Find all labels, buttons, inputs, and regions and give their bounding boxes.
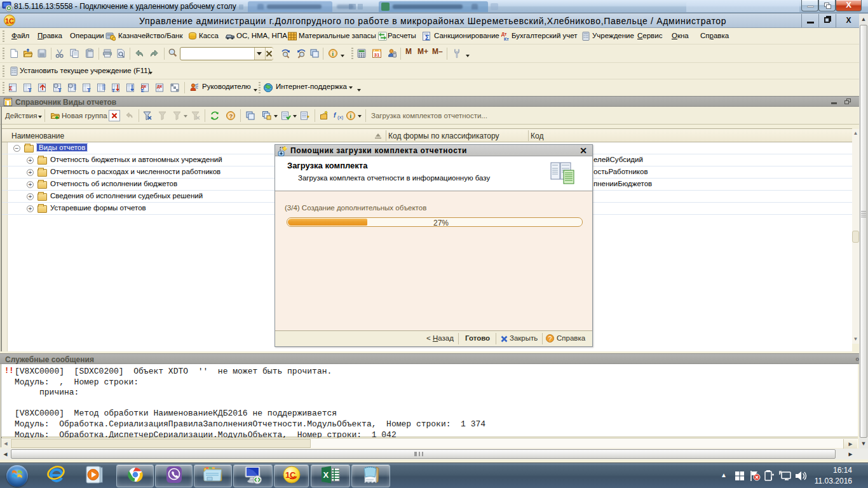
svg-text:T: T — [58, 87, 62, 93]
svg-text:i: i — [350, 113, 352, 119]
svg-text:31: 31 — [374, 52, 380, 58]
svg-text:f: f — [334, 112, 337, 119]
svg-text:Σ: Σ — [425, 34, 430, 41]
svg-text:Σ: Σ — [9, 85, 13, 92]
svg-text:?: ? — [229, 112, 233, 119]
svg-text:T: T — [112, 88, 115, 93]
svg-text:(x): (x) — [337, 114, 343, 120]
svg-text:Дт: Дт — [501, 32, 507, 37]
svg-text:T: T — [28, 87, 32, 93]
svg-text:i: i — [332, 51, 334, 57]
svg-text:T: T — [87, 87, 91, 93]
svg-text:Σ: Σ — [141, 88, 144, 93]
svg-text:Кт: Кт — [504, 37, 509, 41]
svg-text:дк: дк — [157, 84, 162, 89]
